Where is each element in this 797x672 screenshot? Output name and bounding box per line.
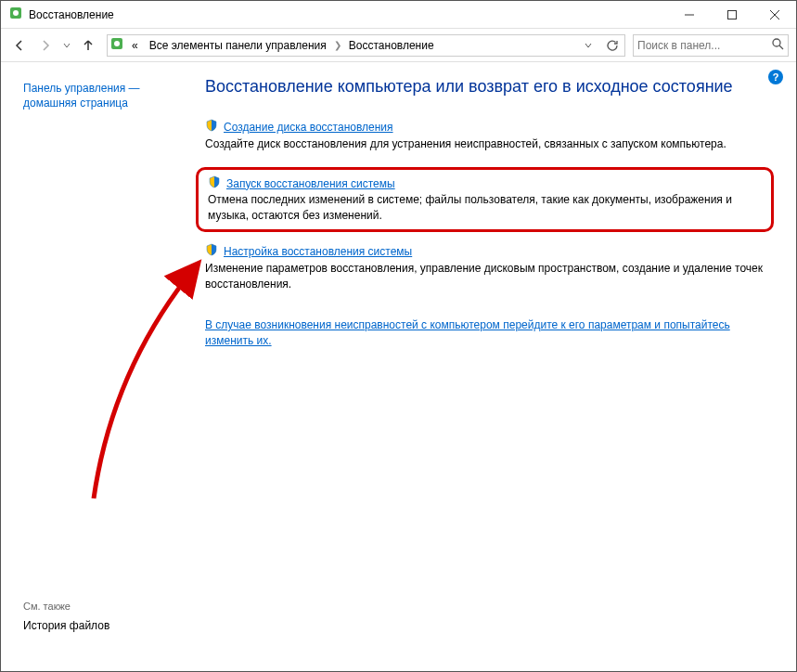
address-bar[interactable]: « Все элементы панели управления ❯ Восст… bbox=[107, 34, 625, 57]
history-dropdown[interactable] bbox=[60, 34, 73, 57]
create-recovery-drive-link[interactable]: Создание диска восстановления bbox=[224, 120, 393, 136]
home-link-line2: домашняя страница bbox=[23, 97, 128, 110]
back-button[interactable] bbox=[8, 34, 31, 57]
shield-icon bbox=[205, 119, 218, 136]
breadcrumb-recovery[interactable]: Восстановление bbox=[345, 39, 438, 52]
maximize-button[interactable] bbox=[711, 1, 753, 29]
app-icon bbox=[8, 6, 23, 23]
create-recovery-drive-desc: Создайте диск восстановления для устране… bbox=[205, 136, 768, 152]
minimize-button[interactable] bbox=[668, 1, 711, 29]
breadcrumb-prefix: « bbox=[128, 39, 142, 52]
control-panel-home-link[interactable]: Панель управления — домашняя страница bbox=[23, 81, 186, 110]
window-title: Восстановление bbox=[29, 8, 668, 21]
shield-icon bbox=[205, 243, 218, 261]
close-button[interactable] bbox=[753, 1, 796, 29]
up-button[interactable] bbox=[77, 34, 99, 57]
configure-system-restore-link[interactable]: Настройка восстановления системы bbox=[224, 244, 412, 260]
svg-line-9 bbox=[779, 45, 783, 49]
help-icon[interactable]: ? bbox=[768, 70, 783, 84]
option-create-recovery-drive: Создание диска восстановления Создайте д… bbox=[205, 119, 768, 152]
refresh-button[interactable] bbox=[602, 35, 623, 56]
svg-point-7 bbox=[114, 41, 120, 46]
chevron-right-icon[interactable]: ❯ bbox=[334, 40, 341, 50]
search-box[interactable] bbox=[633, 34, 789, 57]
location-icon bbox=[109, 36, 124, 54]
file-history-link[interactable]: История файлов bbox=[23, 619, 186, 632]
window: Восстановление « Все элементы п bbox=[0, 0, 797, 672]
search-input[interactable] bbox=[637, 39, 771, 52]
home-link-line1: Панель управления — bbox=[23, 82, 140, 95]
toolbar: « Все элементы панели управления ❯ Восст… bbox=[1, 29, 796, 62]
shield-icon bbox=[208, 175, 221, 193]
open-system-restore-link[interactable]: Запуск восстановления системы bbox=[226, 176, 395, 192]
see-also-label: См. также bbox=[23, 601, 186, 612]
configure-system-restore-desc: Изменение параметров восстановления, упр… bbox=[205, 261, 768, 292]
option-configure-restore: Настройка восстановления системы Изменен… bbox=[205, 243, 768, 291]
breadcrumb-all-items[interactable]: Все элементы панели управления bbox=[146, 39, 330, 52]
option-system-restore-highlighted: Запуск восстановления системы Отмена пос… bbox=[196, 167, 774, 232]
page-heading: Восстановление компьютера или возврат ег… bbox=[205, 77, 768, 97]
forward-button[interactable] bbox=[34, 34, 57, 57]
svg-rect-3 bbox=[728, 10, 737, 19]
open-system-restore-desc: Отмена последних изменений в системе; фа… bbox=[208, 192, 762, 224]
pc-settings-link[interactable]: В случае возникновения неисправностей с … bbox=[205, 318, 730, 347]
main-panel: ? Восстановление компьютера или возврат … bbox=[196, 62, 796, 671]
address-dropdown[interactable] bbox=[578, 35, 598, 56]
search-icon[interactable] bbox=[771, 37, 784, 53]
titlebar: Восстановление bbox=[1, 1, 796, 29]
svg-point-1 bbox=[13, 10, 19, 16]
sidebar: Панель управления — домашняя страница См… bbox=[1, 62, 196, 671]
content-area: Панель управления — домашняя страница См… bbox=[1, 62, 796, 671]
svg-point-8 bbox=[773, 39, 780, 46]
